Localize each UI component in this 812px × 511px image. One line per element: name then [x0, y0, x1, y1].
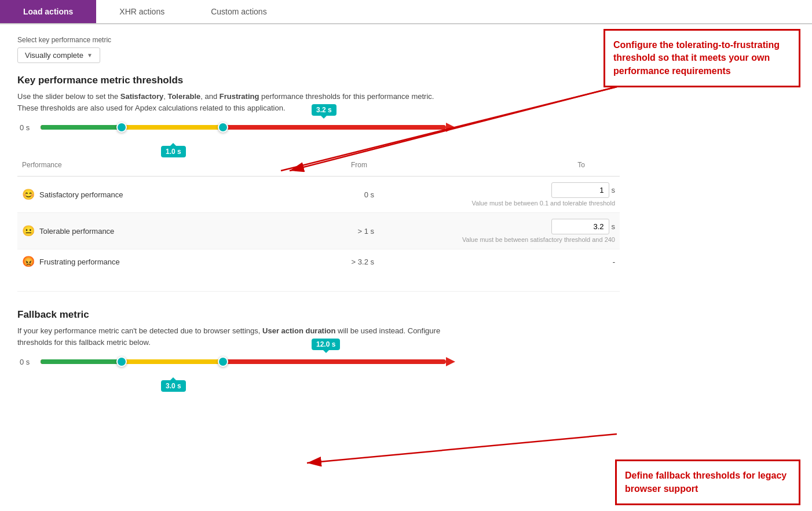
slider1-zero: 0 s: [20, 123, 30, 132]
tab-custom-actions[interactable]: Custom actions: [188, 0, 290, 23]
performance-table: Performance From To 😊 Satisfactory perfo…: [17, 159, 620, 274]
satisfactory-to: s Value must be between 0.1 and tolerabl…: [379, 177, 620, 213]
slider2-track[interactable]: [41, 359, 446, 364]
tolerable-from: > 1 s: [288, 213, 379, 249]
slider2-thumb1[interactable]: [116, 356, 127, 367]
col-header-performance: Performance: [17, 159, 288, 177]
frustrating-label: 😡 Frustrating performance: [22, 255, 284, 268]
slider2-zero: 0 s: [20, 358, 30, 366]
tab-xhr-actions[interactable]: XHR actions: [96, 0, 188, 23]
annotation1-box: Configure the tolerating-to-frustrating …: [603, 29, 800, 87]
tolerable-hint: Value must be between satisfactory thres…: [383, 236, 615, 243]
slider1-wrapper: 3.2 s 0 s 1.0 s: [17, 125, 620, 130]
slider2-wrapper: 12.0 s 0 s 3.0 s: [17, 359, 620, 364]
tolerable-label: 😐 Tolerable performance: [22, 225, 284, 237]
col-header-from: From: [288, 159, 379, 177]
metric-dropdown[interactable]: Visually complete ▼: [17, 47, 100, 63]
chevron-down-icon: ▼: [87, 52, 93, 58]
bold-frustrating: Frustrating: [220, 92, 259, 101]
frustrating-to: -: [379, 249, 620, 274]
table-row: 😐 Tolerable performance > 1 s s Value mu…: [17, 213, 620, 249]
satisfactory-input[interactable]: [551, 182, 609, 198]
select-label: Select key performance metric: [17, 36, 620, 44]
slider1-thumb1[interactable]: [116, 122, 127, 133]
tab-load-actions[interactable]: Load actions: [0, 0, 96, 23]
slider1-thumb2-label: 3.2 s: [312, 104, 336, 116]
section2-title: Fallback metric: [17, 309, 620, 321]
slider2-thumb1-label: 3.0 s: [161, 380, 186, 392]
bold-satisfactory: Satisfactory: [120, 92, 163, 101]
slider2-thumb2[interactable]: [218, 356, 228, 367]
slider1-track[interactable]: [41, 125, 446, 130]
table-row: 😊 Satisfactory performance 0 s s Value m…: [17, 177, 620, 213]
col-header-to: To: [379, 159, 620, 177]
section-divider: [17, 291, 620, 292]
frustrating-from: > 3.2 s: [288, 249, 379, 274]
tolerable-to: s Value must be between satisfactory thr…: [379, 213, 620, 249]
satisfactory-unit: s: [612, 186, 616, 194]
table-row: 😡 Frustrating performance > 3.2 s -: [17, 249, 620, 274]
satisfactory-hint: Value must be between 0.1 and tolerable …: [383, 200, 615, 207]
satisfactory-icon: 😊: [22, 188, 35, 201]
section1-description: Use the slider below to set the Satisfac…: [17, 91, 452, 113]
bold-user-action: User action duration: [262, 326, 335, 335]
slider1-thumb1-label: 1.0 s: [161, 146, 186, 157]
satisfactory-label: 😊 Satisfactory performance: [22, 188, 284, 201]
tabs-bar: Load actions XHR actions Custom actions: [0, 0, 812, 24]
tolerable-unit: s: [612, 222, 616, 231]
slider1-thumb2[interactable]: [218, 122, 228, 133]
main-content: Select key performance metric Visually c…: [0, 24, 637, 405]
satisfactory-from: 0 s: [288, 177, 379, 213]
tolerable-icon: 😐: [22, 225, 35, 237]
section2-description: If your key performance metric can't be …: [17, 325, 452, 348]
bold-tolerable: Tolerable: [167, 92, 200, 101]
slider2-thumb2-label: 12.0 s: [312, 339, 340, 350]
annotation2-box: Define fallback thresholds for legacy br…: [615, 459, 800, 505]
frustrating-icon: 😡: [22, 255, 35, 268]
dropdown-value: Visually complete: [25, 51, 83, 60]
svg-line-4: [307, 434, 617, 463]
tolerable-input[interactable]: [551, 219, 609, 234]
section1-title: Key performance metric thresholds: [17, 75, 620, 86]
